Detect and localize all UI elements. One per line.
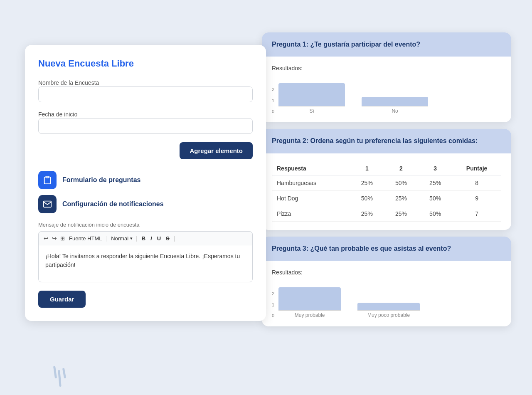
editor-toolbar: ↩ ↪ ⊞ Fuente HTML | Normal ▾ | B I U S | — [38, 231, 253, 245]
row-hamburguesas-c1: 25% — [350, 175, 384, 190]
result-card-q3: Pregunta 3: ¿Qué tan probable es que asi… — [262, 237, 511, 326]
editor-content: ¡Hola! Te invitamos a responder la sigui… — [45, 253, 240, 268]
bar-muy-poco-probable-label: Muy poco probable — [367, 312, 410, 318]
row-hotdog-score: 9 — [452, 190, 501, 206]
card-body-q1: Resultados: 0 1 2 Sí No — [262, 57, 511, 122]
card-header-q1: Pregunta 1: ¿Te gustaría participar del … — [262, 32, 511, 57]
decorative-squiggle — [54, 366, 65, 387]
q3-y-axis-0: 0 — [272, 313, 274, 318]
editor-body[interactable]: ¡Hola! Te invitamos a responder la sigui… — [38, 245, 253, 282]
row-pizza-score: 7 — [452, 206, 501, 221]
row-hotdog-name: Hot Dog — [272, 190, 350, 206]
sep2: | — [136, 235, 138, 242]
card-header-q2: Pregunta 2: Ordena según tu preferencia … — [262, 129, 511, 153]
result-card-q2: Pregunta 2: Ordena según tu preferencia … — [262, 129, 511, 230]
nav-item-notif[interactable]: Configuración de notificaciones — [38, 195, 253, 213]
bar-no-label: No — [392, 108, 398, 114]
q1-results-label: Resultados: — [272, 65, 501, 72]
format-dropdown[interactable]: Normal ▾ — [111, 235, 133, 242]
chevron-down-icon: ▾ — [130, 236, 133, 241]
add-element-button[interactable]: Agregar elemento — [180, 142, 253, 159]
bar-muy-probable-label: Muy probable — [295, 312, 325, 318]
q1-title: Pregunta 1: ¿Te gustaría participar del … — [272, 40, 501, 49]
source-label[interactable]: Fuente HTML — [68, 235, 103, 242]
col-respuesta: Respuesta — [272, 162, 350, 175]
source-icon[interactable]: ⊞ — [60, 235, 65, 242]
undo-icon[interactable]: ↩ — [44, 235, 49, 242]
sep3: | — [174, 235, 175, 242]
svg-rect-0 — [46, 176, 49, 178]
panel-title: Nueva Encuesta Libre — [38, 58, 253, 69]
card-body-q2: Respuesta 1 2 3 Puntaje Hamburguesas 25%… — [262, 153, 511, 230]
y-axis-2: 2 — [272, 87, 274, 92]
bar-si-label: Sí — [309, 108, 314, 114]
row-hamburguesas-score: 8 — [452, 175, 501, 190]
col-1: 1 — [350, 162, 384, 175]
bar-muy-poco-probable — [357, 303, 420, 310]
row-pizza-c1: 25% — [350, 206, 384, 221]
date-label: Fecha de inicio — [38, 111, 77, 118]
underline-button[interactable]: U — [156, 235, 162, 242]
bar-no — [362, 97, 428, 106]
table-row: Pizza 25% 25% 50% 7 — [272, 206, 501, 221]
name-label: Nombre de la Encuesta — [38, 79, 99, 86]
row-hamburguesas-c3: 25% — [418, 175, 452, 190]
row-pizza-c2: 25% — [384, 206, 418, 221]
row-pizza-name: Pizza — [272, 206, 350, 221]
row-hotdog-c2: 25% — [384, 190, 418, 206]
y-axis-1: 1 — [272, 98, 274, 103]
bold-button[interactable]: B — [141, 235, 146, 242]
card-header-q3: Pregunta 3: ¿Qué tan probable es que asi… — [262, 237, 511, 261]
strikethrough-button[interactable]: S — [165, 235, 170, 242]
table-row: Hamburguesas 25% 50% 25% 8 — [272, 175, 501, 190]
survey-name-input[interactable] — [38, 86, 253, 102]
result-card-q1: Pregunta 1: ¿Te gustaría participar del … — [262, 32, 511, 122]
col-3: 3 — [418, 162, 452, 175]
card-body-q3: Resultados: 0 1 2 Muy probable — [262, 261, 511, 326]
bar-si — [278, 83, 345, 106]
q2-title: Pregunta 2: Ordena según tu preferencia … — [272, 136, 501, 146]
row-hamburguesas-name: Hamburguesas — [272, 175, 350, 190]
notif-section-label: Mensaje de notificación inicio de encues… — [38, 222, 253, 228]
italic-button[interactable]: I — [150, 235, 153, 242]
q3-results-label: Resultados: — [272, 269, 501, 276]
format-value: Normal — [111, 235, 128, 242]
mail-icon — [38, 195, 57, 213]
q3-y-axis-2: 2 — [272, 291, 274, 296]
redo-icon[interactable]: ↪ — [52, 235, 57, 242]
row-pizza-c3: 50% — [418, 206, 452, 221]
table-row: Hot Dog 50% 25% 50% 9 — [272, 190, 501, 206]
row-hamburguesas-c2: 50% — [384, 175, 418, 190]
nav-item-form[interactable]: Formulario de preguntas — [38, 171, 253, 189]
nav-notif-label: Configuración de notificaciones — [62, 200, 164, 208]
q2-table: Respuesta 1 2 3 Puntaje Hamburguesas 25%… — [272, 162, 501, 222]
clipboard-icon — [38, 171, 57, 189]
col-2: 2 — [384, 162, 418, 175]
table-header-row: Respuesta 1 2 3 Puntaje — [272, 162, 501, 175]
row-hotdog-c3: 50% — [418, 190, 452, 206]
right-panels: Pregunta 1: ¿Te gustaría participar del … — [262, 32, 511, 326]
left-panel: Nueva Encuesta Libre Nombre de la Encues… — [25, 45, 266, 321]
sep1: | — [106, 235, 108, 242]
nav-form-label: Formulario de preguntas — [62, 176, 140, 184]
bar-muy-probable — [278, 287, 341, 310]
col-puntaje: Puntaje — [452, 162, 501, 175]
q3-title: Pregunta 3: ¿Qué tan probable es que asi… — [272, 244, 501, 253]
save-button[interactable]: Guardar — [38, 291, 86, 308]
q3-y-axis-1: 1 — [272, 302, 274, 307]
row-hotdog-c1: 50% — [350, 190, 384, 206]
y-axis-0: 0 — [272, 109, 274, 114]
start-date-input[interactable] — [38, 118, 253, 134]
